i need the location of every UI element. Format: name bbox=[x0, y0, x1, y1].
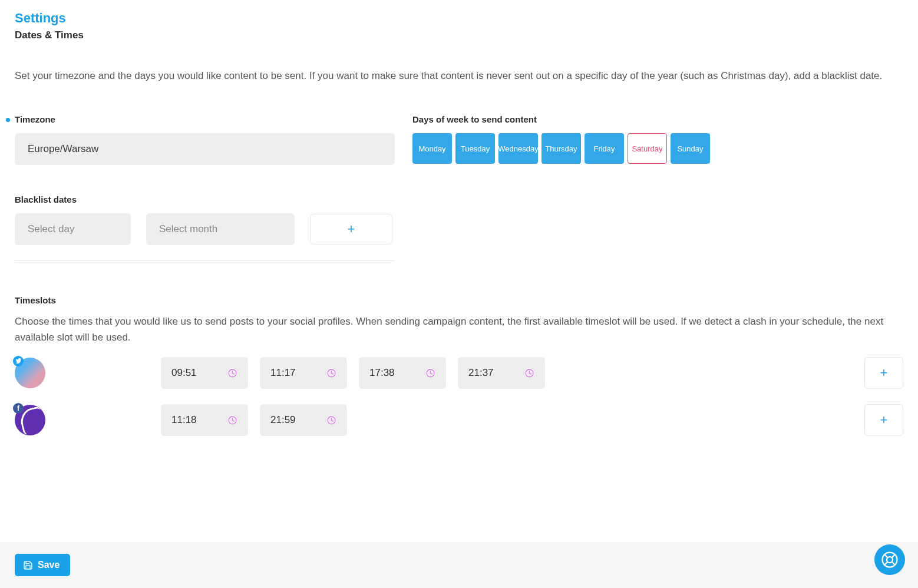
twitter-icon bbox=[13, 356, 24, 366]
days-of-week-label: Days of week to send content bbox=[412, 114, 903, 124]
blacklist-row: Select day Select month + bbox=[15, 213, 903, 245]
page-title: Settings bbox=[15, 11, 903, 26]
life-ring-icon bbox=[881, 551, 899, 569]
timeslot-value: 09:51 bbox=[171, 367, 197, 379]
svg-point-19 bbox=[887, 557, 893, 563]
clock-icon bbox=[326, 368, 336, 378]
day-button-tuesday[interactable]: Tuesday bbox=[455, 133, 495, 164]
timezone-input[interactable] bbox=[15, 133, 395, 165]
help-button[interactable] bbox=[874, 544, 905, 575]
clock-icon bbox=[227, 368, 237, 378]
timeslot-button[interactable]: 11:18 bbox=[161, 404, 248, 436]
blacklist-label: Blacklist dates bbox=[15, 194, 903, 204]
clock-icon bbox=[425, 368, 435, 378]
day-button-friday[interactable]: Friday bbox=[585, 133, 624, 164]
svg-line-17 bbox=[332, 420, 333, 421]
timezone-label: Timezone bbox=[15, 114, 395, 124]
day-button-thursday[interactable]: Thursday bbox=[541, 133, 581, 164]
timeslot-button[interactable]: 17:38 bbox=[359, 357, 446, 389]
save-label: Save bbox=[38, 560, 60, 570]
timeslot-button[interactable]: 21:59 bbox=[260, 404, 347, 436]
day-button-saturday[interactable]: Saturday bbox=[628, 133, 667, 164]
timeslot-value: 11:17 bbox=[270, 367, 296, 379]
blacklist-add-button[interactable]: + bbox=[310, 214, 392, 245]
svg-line-23 bbox=[884, 562, 887, 565]
facebook-icon: f bbox=[13, 403, 24, 414]
svg-line-5 bbox=[332, 373, 333, 374]
svg-line-8 bbox=[431, 373, 432, 374]
add-timeslot-button[interactable]: + bbox=[864, 404, 903, 436]
page-subtitle: Dates & Times bbox=[15, 29, 903, 41]
days-row: Monday Tuesday Wednesday Thursday Friday… bbox=[412, 133, 903, 164]
timeslot-value: 21:37 bbox=[468, 367, 494, 379]
svg-line-22 bbox=[892, 554, 895, 557]
intro-text: Set your timezone and the days you would… bbox=[15, 68, 903, 84]
svg-line-20 bbox=[884, 554, 887, 557]
blacklist-day-select[interactable]: Select day bbox=[15, 213, 131, 245]
clock-icon bbox=[227, 415, 237, 425]
timeslot-value: 17:38 bbox=[369, 367, 395, 379]
timeslot-profile-row: 09:51 11:17 17:38 21:37 + bbox=[15, 357, 903, 389]
svg-line-2 bbox=[233, 373, 235, 374]
svg-line-14 bbox=[233, 420, 235, 421]
blacklist-month-select[interactable]: Select month bbox=[146, 213, 295, 245]
svg-line-21 bbox=[892, 562, 895, 565]
save-icon bbox=[23, 560, 33, 570]
avatar: f bbox=[15, 405, 45, 435]
timeslots-label: Timeslots bbox=[15, 295, 903, 305]
clock-icon bbox=[326, 415, 336, 425]
add-timeslot-button[interactable]: + bbox=[864, 357, 903, 389]
day-button-wednesday[interactable]: Wednesday bbox=[498, 133, 538, 164]
timeslot-value: 11:18 bbox=[171, 414, 197, 426]
timeslot-button[interactable]: 21:37 bbox=[458, 357, 545, 389]
clock-icon bbox=[524, 368, 534, 378]
day-button-sunday[interactable]: Sunday bbox=[671, 133, 710, 164]
settings-page: Settings Dates & Times Set your timezone… bbox=[0, 0, 918, 469]
timeslots-description: Choose the times that you would like us … bbox=[15, 314, 903, 345]
footer-bar: Save bbox=[0, 542, 918, 588]
svg-line-11 bbox=[530, 373, 531, 374]
save-button[interactable]: Save bbox=[15, 554, 70, 576]
day-button-monday[interactable]: Monday bbox=[412, 133, 452, 164]
divider bbox=[15, 260, 395, 261]
timeslot-value: 21:59 bbox=[270, 414, 296, 426]
timeslot-profile-row: f 11:18 21:59 + bbox=[15, 404, 903, 436]
avatar bbox=[15, 358, 45, 388]
timeslot-button[interactable]: 11:17 bbox=[260, 357, 347, 389]
timeslot-button[interactable]: 09:51 bbox=[161, 357, 248, 389]
